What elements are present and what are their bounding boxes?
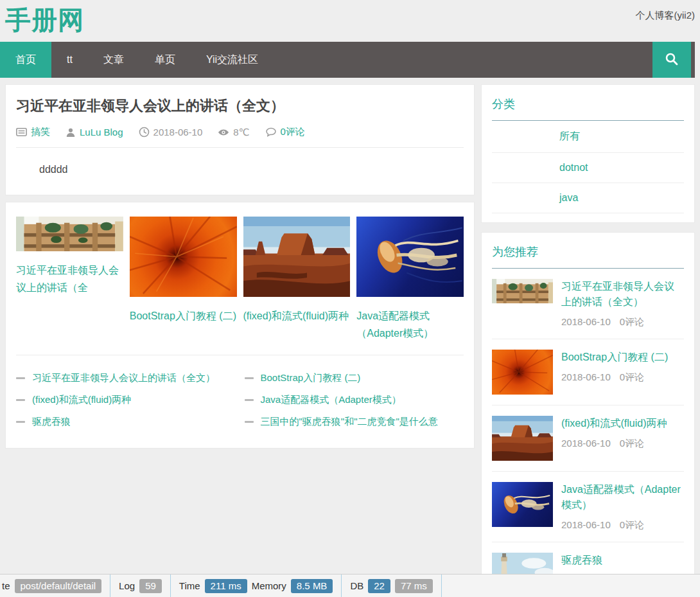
recommend-item-meta: 2018-06-10 0评论	[561, 519, 684, 531]
recommend-item-date: 2018-06-10	[561, 316, 611, 328]
related-panel: 习近平在亚非领导人会议上的讲话（全	[5, 202, 475, 449]
debug-log-badge: 59	[139, 579, 162, 593]
debug-route-label: te	[2, 580, 10, 591]
recommend-item-title[interactable]: 驱虎吞狼	[561, 553, 684, 568]
related-card[interactable]: BootStrap入门教程 (二)	[130, 217, 237, 342]
orange-flower-thumbnail[interactable]	[130, 217, 237, 297]
related-link[interactable]: BootStrap入门教程 (二)	[245, 367, 464, 389]
article-meta: 搞笑 LuLu Blog 2018-06-10 8℃ 0评论	[16, 126, 464, 148]
page-body: 习近平在亚非领导人会议上的讲话（全文） 搞笑 LuLu Blog 2018-06…	[5, 84, 695, 597]
categories-widget: 分类 所有 dotnot java	[481, 84, 695, 223]
blue-jellyfish-thumbnail[interactable]	[356, 217, 464, 297]
debug-db-time-badge: 77 ms	[395, 579, 433, 593]
sidebar: 分类 所有 dotnot java 为您推荐	[481, 84, 695, 597]
debug-db-block[interactable]: DB 22 77 ms	[342, 575, 441, 597]
recommend-item-date: 2018-06-10	[561, 519, 611, 531]
article-body: ddddd	[16, 148, 464, 195]
recommend-item-title[interactable]: Java适配器模式（Adapter模式）	[561, 482, 684, 513]
related-link[interactable]: Java适配器模式（Adapter模式）	[245, 389, 464, 411]
recommend-item-comments: 0评论	[620, 316, 644, 328]
recommend-item-title[interactable]: 习近平在亚非领导人会议上的讲话（全文）	[561, 279, 684, 310]
categories-list: 所有 dotnot java	[492, 121, 684, 213]
comments-link[interactable]: 0评论	[281, 126, 305, 138]
related-links: 习近平在亚非领导人会议上的讲话（全文） BootStrap入门教程 (二) (f…	[16, 367, 464, 432]
dash-icon	[245, 377, 254, 379]
nav-item-page[interactable]: 单页	[139, 42, 191, 78]
related-card-title[interactable]: BootStrap入门教程 (二)	[130, 307, 237, 325]
debug-log-block[interactable]: Log 59	[110, 575, 171, 597]
debug-memory-badge: 8.5 MB	[291, 579, 333, 593]
related-card[interactable]: Java适配器模式（Adapter模式）	[356, 217, 464, 342]
pallet-garden-thumbnail[interactable]	[492, 279, 553, 303]
meta-date: 2018-06-10	[139, 127, 203, 138]
category-item-dotnot[interactable]: dotnot	[492, 153, 684, 183]
nav-item-home[interactable]: 首页	[0, 42, 51, 78]
related-card[interactable]: 习近平在亚非领导人会议上的讲话（全	[16, 217, 123, 342]
pallet-garden-thumbnail[interactable]	[16, 217, 123, 251]
dash-icon	[245, 399, 254, 401]
site-logo[interactable]: 手册网	[5, 0, 84, 40]
user-icon	[66, 127, 76, 138]
related-link[interactable]: 驱虎吞狼	[16, 411, 236, 432]
category-item-all[interactable]: 所有	[492, 121, 684, 153]
related-link[interactable]: 习近平在亚非领导人会议上的讲话（全文）	[16, 367, 236, 389]
recommend-title: 为您推荐	[492, 244, 684, 260]
recommend-item: 习近平在亚非领导人会议上的讲话（全文） 2018-06-10 0评论	[492, 269, 684, 339]
dash-icon	[16, 421, 25, 423]
recommend-item-comments: 0评论	[620, 519, 644, 531]
meta-views: 8℃	[218, 127, 249, 138]
category-item-java[interactable]: java	[492, 183, 684, 213]
recommend-item-comments: 0评论	[620, 371, 644, 384]
author-link[interactable]: LuLu Blog	[80, 127, 123, 138]
yii-debug-toolbar: te post/default/detail Log 59 Time 211 m…	[0, 574, 700, 597]
main-nav: 首页 tt 文章 单页 Yii交流社区	[0, 42, 695, 78]
related-card-title[interactable]: (fixed)和流式(fluid)两种	[243, 307, 351, 325]
recommend-item: BootStrap入门教程 (二) 2018-06-10 0评论	[492, 339, 684, 405]
dash-icon	[16, 399, 25, 401]
dash-icon	[245, 421, 254, 423]
clock-icon	[139, 127, 150, 138]
debug-db-count-badge: 22	[368, 579, 390, 593]
recommend-item-date: 2018-06-10	[561, 371, 611, 384]
debug-route-badge: post/default/detail	[15, 579, 102, 593]
comment-icon	[265, 127, 277, 138]
blue-jellyfish-thumbnail[interactable]	[492, 482, 553, 527]
related-card-title[interactable]: Java适配器模式（Adapter模式）	[356, 307, 464, 342]
site-header: 手册网 个人博客(yii2)	[0, 0, 695, 42]
dash-icon	[16, 377, 25, 379]
recommend-item-comments: 0评论	[620, 438, 644, 450]
recommend-item: Java适配器模式（Adapter模式） 2018-06-10 0评论	[492, 472, 684, 542]
debug-memory-label: Memory	[252, 580, 286, 591]
related-card[interactable]: (fixed)和流式(fluid)两种	[243, 217, 351, 342]
site-tagline: 个人博客(yii2)	[636, 10, 696, 22]
category-link[interactable]: 搞笑	[31, 126, 50, 138]
recommend-item-title[interactable]: BootStrap入门教程 (二)	[561, 350, 684, 365]
related-cards: 习近平在亚非领导人会议上的讲话（全	[16, 217, 464, 355]
recommend-item-meta: 2018-06-10 0评论	[561, 438, 684, 450]
nav-item-tt[interactable]: tt	[51, 42, 88, 78]
recommend-widget: 为您推荐	[481, 232, 695, 597]
nav-item-articles[interactable]: 文章	[88, 42, 139, 78]
related-link[interactable]: (fixed)和流式(fluid)两种	[16, 389, 236, 411]
related-link[interactable]: 三国中的"驱虎吞狼"和"二虎竞食"是什么意	[245, 411, 464, 432]
debug-db-label: DB	[350, 580, 363, 591]
debug-route-block[interactable]: te post/default/detail	[0, 575, 110, 597]
nav-item-yii-community[interactable]: Yii交流社区	[191, 42, 274, 78]
debug-time-label: Time	[179, 580, 200, 591]
recommend-list: 习近平在亚非领导人会议上的讲话（全文） 2018-06-10 0评论	[492, 269, 684, 597]
meta-author: LuLu Blog	[66, 127, 123, 138]
article-panel: 习近平在亚非领导人会议上的讲话（全文） 搞笑 LuLu Blog 2018-06…	[5, 84, 475, 195]
debug-log-label: Log	[119, 580, 135, 591]
desert-rocks-thumbnail[interactable]	[492, 416, 553, 461]
desert-rocks-thumbnail[interactable]	[243, 217, 351, 297]
related-card-title[interactable]: 习近平在亚非领导人会议上的讲话（全	[16, 262, 123, 296]
meta-comments: 0评论	[265, 126, 305, 138]
orange-flower-thumbnail[interactable]	[492, 350, 553, 395]
debug-time-badge: 211 ms	[205, 579, 247, 593]
recommend-item-title[interactable]: (fixed)和流式(fluid)两种	[561, 416, 684, 431]
debug-time-memory-block[interactable]: Time 211 ms Memory 8.5 MB	[171, 575, 342, 597]
recommend-item-date: 2018-06-10	[561, 438, 611, 450]
recommend-item-meta: 2018-06-10 0评论	[561, 371, 684, 384]
search-button[interactable]	[652, 42, 691, 78]
category-icon	[16, 127, 27, 138]
